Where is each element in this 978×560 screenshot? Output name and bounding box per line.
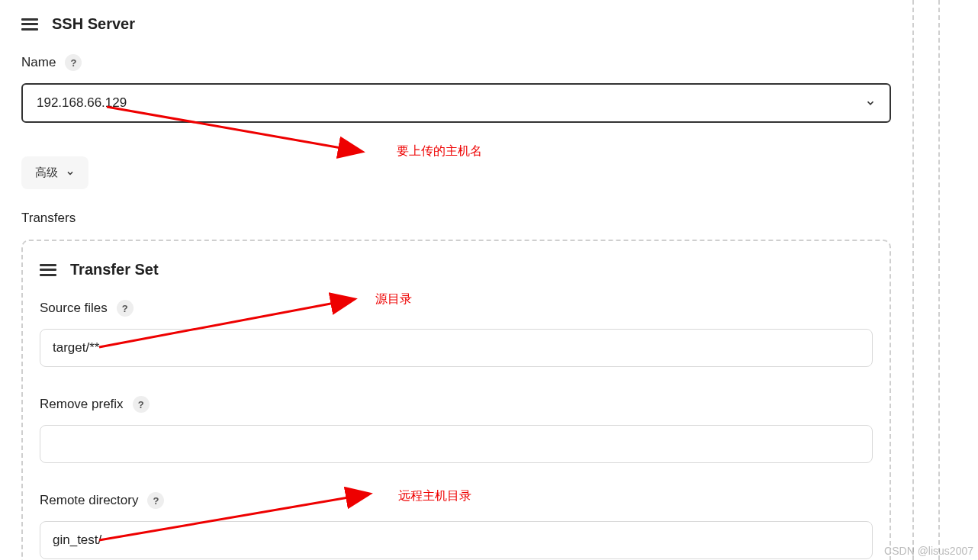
transfers-label: Transfers xyxy=(21,211,891,226)
chevron-down-icon xyxy=(66,169,75,178)
help-icon[interactable]: ? xyxy=(133,396,150,413)
name-select[interactable]: 192.168.66.129 xyxy=(21,83,891,123)
remove-prefix-input[interactable] xyxy=(40,425,873,463)
remote-directory-block: Remote directory ? xyxy=(40,492,873,559)
right-border xyxy=(938,0,940,560)
help-icon[interactable]: ? xyxy=(65,54,82,71)
source-files-input[interactable] xyxy=(40,329,873,367)
name-field-group: Name ? 192.168.66.129 xyxy=(21,54,891,123)
source-files-block: Source files ? xyxy=(40,300,873,367)
remove-prefix-block: Remove prefix ? xyxy=(40,396,873,463)
remote-directory-input[interactable] xyxy=(40,521,873,559)
advanced-button[interactable]: 高级 xyxy=(21,156,88,189)
source-files-label-row: Source files ? xyxy=(40,300,873,317)
ssh-server-header: SSH Server xyxy=(21,15,891,33)
chevron-down-icon xyxy=(865,98,876,108)
remove-prefix-label-row: Remove prefix ? xyxy=(40,396,873,413)
drag-handle-icon[interactable] xyxy=(21,18,38,31)
transfer-set-title: Transfer Set xyxy=(70,261,159,278)
help-icon[interactable]: ? xyxy=(117,300,134,317)
remote-directory-label: Remote directory xyxy=(40,493,138,508)
advanced-row: 高级 xyxy=(21,156,891,189)
source-files-label: Source files xyxy=(40,301,108,316)
transfer-set-panel: Transfer Set Source files ? Remove prefi… xyxy=(21,240,891,560)
help-icon[interactable]: ? xyxy=(147,492,164,509)
name-select-value: 192.168.66.129 xyxy=(37,95,127,111)
watermark: CSDN @lisus2007 xyxy=(884,545,973,557)
drag-handle-icon[interactable] xyxy=(40,264,56,276)
transfer-set-header: Transfer Set xyxy=(40,261,873,278)
name-label-row: Name ? xyxy=(21,54,891,71)
advanced-button-label: 高级 xyxy=(35,166,58,180)
ssh-server-title: SSH Server xyxy=(52,15,135,33)
remote-directory-label-row: Remote directory ? xyxy=(40,492,873,509)
ssh-server-panel: SSH Server Name ? 192.168.66.129 高级 Tran… xyxy=(0,0,914,560)
remove-prefix-label: Remove prefix xyxy=(40,397,124,412)
name-label: Name xyxy=(21,55,56,70)
